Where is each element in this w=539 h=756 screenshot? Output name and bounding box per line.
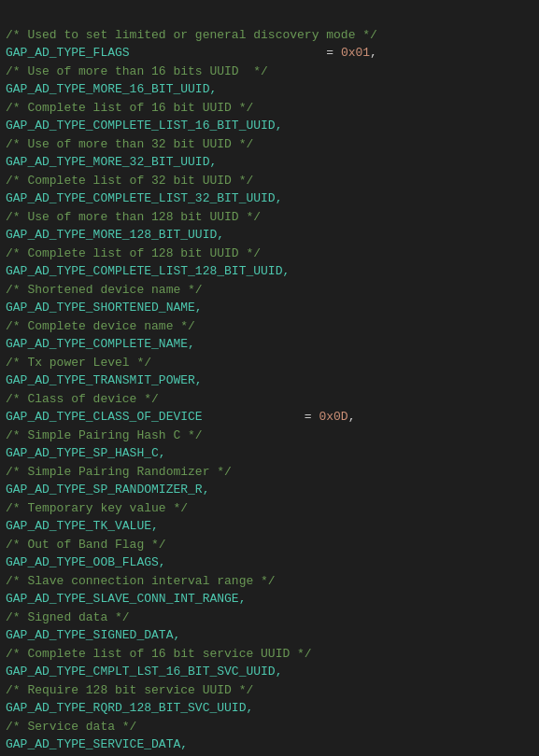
line-17: /* Complete device name */ — [6, 317, 533, 336]
line-25: /* Simple Pairing Randomizer */ — [6, 463, 533, 482]
line-34: GAP_AD_TYPE_SIGNED_DATA, — [6, 626, 533, 645]
line-13: /* Complete list of 128 bit UUID */ — [6, 245, 533, 263]
line-14: GAP_AD_TYPE_COMPLETE_LIST_128_BIT_UUID, — [6, 262, 533, 281]
line-10-identifier: GAP_AD_TYPE_COMPLETE_LIST_32_BIT_UUID, — [6, 191, 282, 205]
line-39: /* Service data */ — [6, 718, 533, 736]
line-24-identifier: GAP_AD_TYPE_SP_HASH_C, — [6, 446, 166, 460]
line-9-text: /* Complete list of 32 bit UUID */ — [6, 174, 253, 188]
line-26: GAP_AD_TYPE_SP_RANDOMIZER_R, — [6, 481, 533, 499]
line-31-text: /* Slave connection interval range */ — [6, 574, 276, 588]
line-35: /* Complete list of 16 bit service UUID … — [6, 645, 533, 664]
line-4-identifier: GAP_AD_TYPE_MORE_16_BIT_UUID, — [6, 82, 217, 96]
line-18-identifier: GAP_AD_TYPE_COMPLETE_NAME, — [6, 337, 195, 351]
line-37-text: /* Require 128 bit service UUID */ — [6, 683, 253, 697]
line-3: /* Use of more than 16 bits UUID */ — [6, 63, 533, 81]
line-20: GAP_AD_TYPE_TRANSMIT_POWER, — [6, 371, 533, 390]
line-15: /* Shortened device name */ — [6, 281, 533, 300]
line-40: GAP_AD_TYPE_SERVICE_DATA, — [6, 735, 533, 754]
line-30-identifier: GAP_AD_TYPE_OOB_FLAGS, — [6, 555, 166, 569]
line-9: /* Complete list of 32 bit UUID */ — [6, 172, 533, 190]
line-4: GAP_AD_TYPE_MORE_16_BIT_UUID, — [6, 80, 533, 99]
line-27-text: /* Temporary key value */ — [6, 501, 188, 515]
line-21: /* Class of device */ — [6, 390, 533, 409]
line-27: /* Temporary key value */ — [6, 499, 533, 518]
line-2-comma: , — [370, 46, 377, 60]
line-28-identifier: GAP_AD_TYPE_TK_VALUE, — [6, 519, 159, 533]
line-38-identifier: GAP_AD_TYPE_RQRD_128_BIT_SVC_UUID, — [6, 701, 253, 715]
line-3-text: /* Use of more than 16 bits UUID */ — [6, 64, 268, 78]
line-28: GAP_AD_TYPE_TK_VALUE, — [6, 517, 533, 536]
line-34-identifier: GAP_AD_TYPE_SIGNED_DATA, — [6, 628, 180, 642]
line-25-text: /* Simple Pairing Randomizer */ — [6, 465, 232, 479]
line-14-identifier: GAP_AD_TYPE_COMPLETE_LIST_128_BIT_UUID, — [6, 264, 290, 278]
line-32-identifier: GAP_AD_TYPE_SLAVE_CONN_INT_RANGE, — [6, 592, 246, 606]
line-12: GAP_AD_TYPE_MORE_128_BIT_UUID, — [6, 226, 533, 245]
line-29-text: /* Out of Band Flag */ — [6, 538, 166, 552]
line-8: GAP_AD_TYPE_MORE_32_BIT_UUID, — [6, 153, 533, 172]
line-2-identifier: GAP_AD_TYPE_FLAGS — [6, 46, 130, 60]
line-32: GAP_AD_TYPE_SLAVE_CONN_INT_RANGE, — [6, 590, 533, 609]
line-6-identifier: GAP_AD_TYPE_COMPLETE_LIST_16_BIT_UUID, — [6, 119, 282, 133]
line-5: /* Complete list of 16 bit UUID */ — [6, 99, 533, 118]
line-22-comma: , — [348, 410, 356, 424]
line-11: /* Use of more than 128 bit UUID */ — [6, 208, 533, 227]
line-23-text: /* Simple Pairing Hash C */ — [6, 428, 203, 442]
line-26-identifier: GAP_AD_TYPE_SP_RANDOMIZER_R, — [6, 483, 209, 497]
line-30: GAP_AD_TYPE_OOB_FLAGS, — [6, 553, 533, 572]
line-1: /* Used to set limited or general discov… — [6, 26, 533, 45]
line-29: /* Out of Band Flag */ — [6, 536, 533, 554]
line-12-identifier: GAP_AD_TYPE_MORE_128_BIT_UUID, — [6, 228, 224, 242]
line-23: /* Simple Pairing Hash C */ — [6, 427, 533, 445]
line-24: GAP_AD_TYPE_SP_HASH_C, — [6, 444, 533, 463]
line-36: GAP_AD_TYPE_CMPLT_LST_16_BIT_SVC_UUID, — [6, 663, 533, 681]
line-8-identifier: GAP_AD_TYPE_MORE_32_BIT_UUID, — [6, 155, 217, 169]
line-2-equals: = — [130, 46, 341, 60]
line-6: GAP_AD_TYPE_COMPLETE_LIST_16_BIT_UUID, — [6, 117, 533, 135]
line-2-value: 0x01 — [341, 46, 370, 60]
line-13-text: /* Complete list of 128 bit UUID */ — [6, 246, 261, 260]
line-16-identifier: GAP_AD_TYPE_SHORTENED_NAME, — [6, 301, 203, 315]
line-35-text: /* Complete list of 16 bit service UUID … — [6, 647, 312, 661]
line-18: GAP_AD_TYPE_COMPLETE_NAME, — [6, 335, 533, 354]
line-17-text: /* Complete device name */ — [6, 319, 195, 333]
line-21-text: /* Class of device */ — [6, 392, 159, 406]
line-36-identifier: GAP_AD_TYPE_CMPLT_LST_16_BIT_SVC_UUID, — [6, 665, 282, 679]
line-31: /* Slave connection interval range */ — [6, 572, 533, 591]
line-20-identifier: GAP_AD_TYPE_TRANSMIT_POWER, — [6, 373, 203, 387]
line-38: GAP_AD_TYPE_RQRD_128_BIT_SVC_UUID, — [6, 699, 533, 718]
line-22-identifier: GAP_AD_TYPE_CLASS_OF_DEVICE — [6, 410, 203, 424]
code-block: /* Used to set limited or general discov… — [6, 7, 533, 756]
line-19: /* Tx power Level */ — [6, 354, 533, 372]
line-22-equals: = — [203, 410, 319, 424]
line-7-text: /* Use of more than 32 bit UUID */ — [6, 137, 253, 151]
line-16: GAP_AD_TYPE_SHORTENED_NAME, — [6, 299, 533, 317]
line-15-text: /* Shortened device name */ — [6, 283, 203, 297]
line-10: GAP_AD_TYPE_COMPLETE_LIST_32_BIT_UUID, — [6, 189, 533, 208]
line-39-text: /* Service data */ — [6, 720, 136, 734]
line-1-text: /* Used to set limited or general discov… — [6, 28, 377, 42]
line-19-text: /* Tx power Level */ — [6, 356, 151, 370]
line-33-text: /* Signed data */ — [6, 610, 130, 624]
line-37: /* Require 128 bit service UUID */ — [6, 681, 533, 700]
line-33: /* Signed data */ — [6, 609, 533, 627]
line-40-identifier: GAP_AD_TYPE_SERVICE_DATA, — [6, 737, 188, 751]
line-22-value: 0x0D — [319, 410, 348, 424]
line-11-text: /* Use of more than 128 bit UUID */ — [6, 210, 261, 224]
line-2: GAP_AD_TYPE_FLAGS = 0x01, — [6, 44, 533, 63]
line-7: /* Use of more than 32 bit UUID */ — [6, 135, 533, 154]
line-22: GAP_AD_TYPE_CLASS_OF_DEVICE = 0x0D, — [6, 408, 533, 427]
line-5-text: /* Complete list of 16 bit UUID */ — [6, 101, 253, 115]
